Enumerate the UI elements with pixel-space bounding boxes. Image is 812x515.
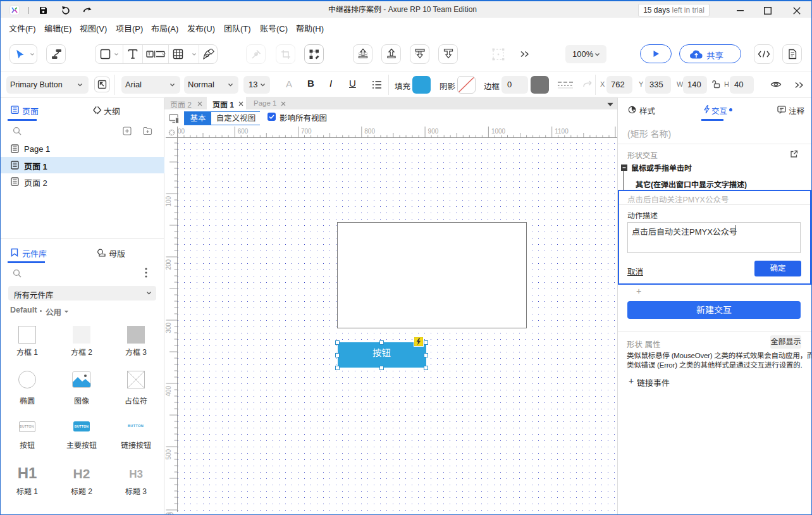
svg-text:1100: 1100	[555, 128, 569, 135]
svg-text:700: 700	[301, 128, 312, 135]
svg-text:1000: 1000	[491, 128, 506, 135]
svg-text:800: 800	[364, 128, 375, 135]
svg-text:600: 600	[238, 128, 249, 135]
svg-text:900: 900	[428, 128, 439, 135]
svg-text:300: 300	[165, 322, 172, 333]
svg-text:200: 200	[165, 259, 172, 270]
svg-text:400: 400	[165, 385, 172, 396]
svg-text:500: 500	[177, 128, 185, 135]
svg-text:100: 100	[165, 195, 172, 206]
svg-text:500: 500	[165, 449, 172, 459]
